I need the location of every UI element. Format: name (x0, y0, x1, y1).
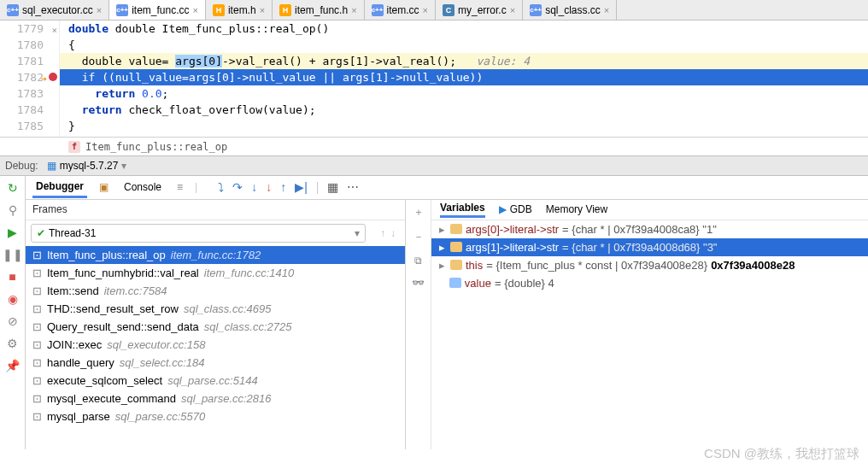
frame-row[interactable]: ⊡execute_sqlcom_select sql_parse.cc:5144 (26, 372, 405, 390)
pin-button[interactable]: 📌 (5, 359, 20, 372)
close-icon[interactable]: × (351, 5, 356, 15)
expand-icon[interactable]: ▸ (437, 223, 447, 236)
step-over-icon[interactable]: ↷ (232, 180, 243, 194)
debug-label: Debug: (5, 160, 38, 172)
stack-frame-icon: ⊡ (32, 320, 42, 333)
close-icon[interactable]: × (604, 5, 609, 15)
filetype-icon: c++ (7, 4, 19, 16)
filetype-icon: c++ (116, 4, 128, 16)
thread-selector[interactable]: ✔Thread-31 ▾ (31, 224, 366, 243)
add-watch-icon[interactable]: ＋ (413, 205, 424, 220)
fold-icon[interactable]: × (51, 22, 57, 38)
frame-row[interactable]: ⊡Item::send item.cc:7584 (26, 282, 405, 300)
duplicate-icon[interactable]: ⧉ (414, 255, 422, 267)
line-number[interactable]: 1784 (0, 102, 44, 118)
file-tab-item_func-cc[interactable]: c++item_func.cc× (109, 0, 206, 20)
step-out-icon[interactable]: ↑ (280, 180, 286, 194)
threads-icon[interactable]: ≡ (177, 181, 183, 193)
line-number[interactable]: 1785 (0, 118, 44, 134)
tab-variables[interactable]: Variables (440, 202, 485, 218)
object-icon (450, 242, 462, 252)
dropdown-icon: ▾ (121, 160, 126, 172)
close-icon[interactable]: × (193, 5, 198, 15)
file-tab-sql_class-cc[interactable]: c++sql_class.cc× (523, 0, 617, 20)
run-configuration[interactable]: ▦ mysql-5.7.27 ▾ (47, 160, 127, 172)
line-number[interactable]: 1783 (0, 85, 44, 102)
stack-frame-icon: ⊡ (32, 249, 42, 261)
close-icon[interactable]: × (423, 5, 428, 15)
variables-panel: ＋ － ⧉ 👓 Variables ▶GDB Memory View ▸ arg… (406, 200, 868, 449)
variable-row[interactable]: value = {double} 4 (431, 274, 868, 292)
filetype-icon: H (279, 4, 291, 16)
chevron-down-icon: ▾ (355, 227, 360, 239)
remove-watch-icon[interactable]: － (413, 230, 424, 244)
frames-panel: Frames ✔Thread-31 ▾ ↑ ↓ ⊡Item_func_plus:… (26, 200, 406, 449)
play-button[interactable]: ▶ (8, 226, 17, 239)
stack-frame-icon: ⊡ (32, 338, 42, 351)
line-number[interactable]: 1786 (0, 134, 44, 137)
rerun-button[interactable]: ↻ (8, 181, 18, 195)
frame-row[interactable]: ⊡handle_query sql_select.cc:184 (26, 354, 405, 372)
resume-button[interactable]: ⚲ (9, 203, 17, 217)
frame-row[interactable]: ⊡mysql_parse sql_parse.cc:5570 (26, 407, 405, 425)
stack-frame-icon: ⊡ (32, 302, 42, 315)
filetype-icon: c++ (530, 4, 542, 16)
stack-frame-icon: ⊡ (32, 410, 42, 423)
run-to-cursor-icon[interactable]: ▶| (295, 180, 308, 194)
frame-row[interactable]: ⊡JOIN::exec sql_executor.cc:158 (26, 336, 405, 354)
stop-button[interactable]: ■ (9, 270, 15, 284)
tab-debugger[interactable]: Debugger (32, 177, 87, 198)
variable-row[interactable]: ▸ args[1]->literal->str = {char * | 0x7f… (431, 238, 868, 256)
variable-row[interactable]: ▸ args[0]->literal->str = {char * | 0x7f… (431, 220, 868, 238)
mute-breakpoints-button[interactable]: ⊘ (8, 314, 18, 328)
file-tab-my_error-c[interactable]: Cmy_error.c× (436, 0, 523, 20)
close-icon[interactable]: × (260, 5, 265, 15)
variables-gutter: ＋ － ⧉ 👓 (406, 200, 431, 449)
pause-button[interactable]: ❚❚ (3, 248, 23, 261)
frame-row[interactable]: ⊡Item_func_plus::real_op item_func.cc:17… (26, 246, 405, 264)
breakpoint-icon[interactable] (49, 73, 57, 81)
tab-gdb[interactable]: ▶GDB (499, 203, 532, 215)
close-icon[interactable]: × (97, 5, 102, 15)
file-tab-sql_executor-cc[interactable]: c++sql_executor.cc× (0, 0, 109, 20)
file-tab-item_func-h[interactable]: Hitem_func.h× (273, 0, 364, 20)
expand-icon[interactable]: ▸ (437, 259, 447, 272)
code-area[interactable]: double double Item_func_plus::real_op() … (60, 21, 868, 137)
file-tab-item-cc[interactable]: c++item.cc× (365, 0, 436, 20)
stack-frame-icon: ⊡ (32, 284, 42, 297)
frame-row[interactable]: ⊡THD::send_result_set_row sql_class.cc:4… (26, 300, 405, 318)
frame-row[interactable]: ⊡Query_result_send::send_data sql_class.… (26, 318, 405, 336)
breadcrumb-text: Item_func_plus::real_op (85, 141, 227, 153)
stack-frame-icon: ⊡ (32, 356, 42, 369)
tab-console[interactable]: Console (120, 178, 165, 196)
line-number[interactable]: 1782➔ (0, 69, 44, 85)
line-number[interactable]: 1780 (0, 37, 44, 53)
line-number[interactable]: 1781 (0, 53, 44, 69)
primitive-icon (449, 278, 461, 288)
step-into-icon[interactable]: ↓ (251, 180, 257, 194)
close-icon[interactable]: × (510, 5, 515, 15)
console-icon: ▣ (99, 181, 108, 193)
debug-toolbar: Debug: ▦ mysql-5.7.27 ▾ (0, 155, 868, 176)
show-execution-icon[interactable]: ⤵ (218, 180, 224, 194)
force-step-into-icon[interactable]: ↓ (266, 180, 272, 194)
breadcrumb[interactable]: f Item_func_plus::real_op (0, 137, 868, 155)
frame-row[interactable]: ⊡mysql_execute_command sql_parse.cc:2816 (26, 390, 405, 407)
evaluate-icon[interactable]: ▦ (327, 180, 338, 194)
next-frame-icon[interactable]: ↓ (390, 227, 396, 239)
view-breakpoints-button[interactable]: ◉ (8, 292, 18, 306)
more-icon[interactable]: ⋯ (347, 180, 359, 194)
glasses-icon[interactable]: 👓 (412, 277, 425, 289)
stack-frame-icon: ⊡ (32, 392, 42, 405)
line-number[interactable]: 1779× (0, 21, 44, 37)
settings-button[interactable]: ⚙ (7, 337, 18, 350)
variable-row[interactable]: ▸ this = {Item_func_plus * const | 0x7f3… (431, 256, 868, 274)
expand-icon[interactable]: ▸ (437, 241, 447, 254)
file-tab-item-h[interactable]: Hitem.h× (206, 0, 273, 20)
frames-list: ⊡Item_func_plus::real_op item_func.cc:17… (26, 246, 405, 449)
tab-memory-view[interactable]: Memory View (546, 203, 607, 215)
debugger-tool-row: Debugger ▣ Console ≡ | ⤵ ↷ ↓ ↓ ↑ ▶| | ▦ … (26, 176, 868, 200)
prev-frame-icon[interactable]: ↑ (380, 227, 385, 239)
frame-row[interactable]: ⊡Item_func_numhybrid::val_real item_func… (26, 264, 405, 282)
object-icon (450, 224, 462, 234)
